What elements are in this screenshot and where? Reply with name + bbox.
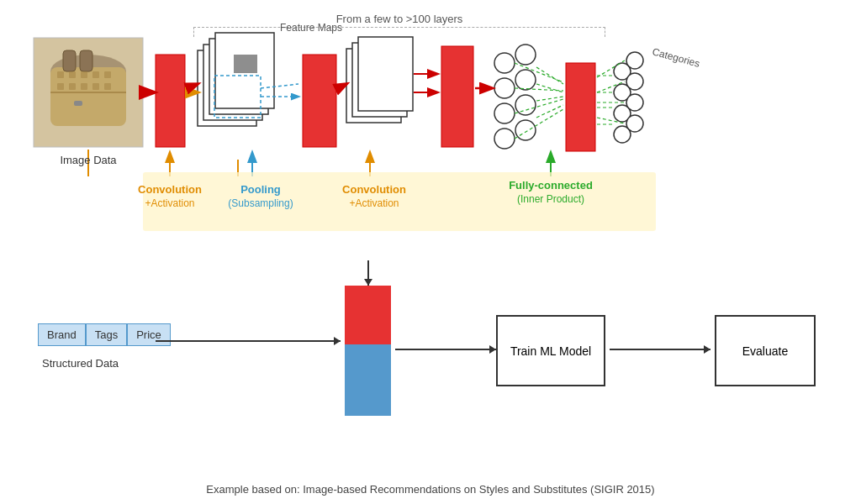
svg-rect-57 xyxy=(566,63,595,151)
svg-text:Fully-connected: Fully-connected xyxy=(509,179,593,192)
svg-rect-4 xyxy=(80,50,92,71)
svg-rect-23 xyxy=(234,55,257,73)
cnn-section: From a few to >100 layers xyxy=(25,8,832,269)
svg-rect-32 xyxy=(346,49,401,123)
svg-rect-8 xyxy=(81,71,87,78)
svg-text:Convolution: Convolution xyxy=(342,183,406,196)
svg-rect-10 xyxy=(104,71,111,78)
svg-rect-0 xyxy=(34,38,143,147)
svg-rect-34 xyxy=(358,37,413,111)
svg-rect-15 xyxy=(104,83,111,90)
price-tag: Price xyxy=(127,323,171,346)
svg-point-40 xyxy=(494,53,515,73)
svg-line-51 xyxy=(536,105,563,118)
svg-rect-2 xyxy=(50,67,126,126)
svg-line-35 xyxy=(338,84,346,88)
cnn-diagram: Convolution +Activation Pooling (Subsamp… xyxy=(25,8,832,269)
svg-point-61 xyxy=(614,126,631,143)
svg-rect-16 xyxy=(74,101,82,106)
svg-line-54 xyxy=(515,99,563,113)
svg-rect-9 xyxy=(92,71,99,78)
svg-rect-22 xyxy=(215,33,274,108)
svg-text:(Inner Product): (Inner Product) xyxy=(517,193,584,205)
svg-point-43 xyxy=(494,129,515,149)
main-container: From a few to >100 layers xyxy=(0,0,861,504)
svg-text:+Activation: +Activation xyxy=(349,197,399,209)
svg-point-1 xyxy=(50,55,126,88)
layers-label: From a few to >100 layers xyxy=(177,13,622,25)
svg-rect-11 xyxy=(57,83,64,90)
svg-line-53 xyxy=(515,88,563,91)
svg-rect-21 xyxy=(209,39,268,114)
svg-line-73 xyxy=(597,118,625,123)
tags-tag: Tags xyxy=(86,323,127,346)
svg-rect-33 xyxy=(352,43,407,117)
svg-line-27 xyxy=(187,84,198,88)
bottom-section: Brand Tags Price Structured Data Train M… xyxy=(25,277,832,462)
evaluate-box: Evaluate xyxy=(715,315,816,386)
svg-point-58 xyxy=(614,63,631,80)
svg-rect-6 xyxy=(57,71,64,78)
svg-text:Convolution: Convolution xyxy=(138,183,202,196)
svg-point-41 xyxy=(494,78,515,98)
svg-point-64 xyxy=(626,94,643,111)
svg-rect-12 xyxy=(69,83,76,90)
svg-text:(Subsampling): (Subsampling) xyxy=(228,197,293,209)
svg-rect-14 xyxy=(92,83,99,90)
svg-point-62 xyxy=(626,52,643,69)
svg-point-44 xyxy=(515,45,536,65)
svg-line-55 xyxy=(515,109,563,139)
svg-rect-3 xyxy=(63,50,76,71)
svg-rect-7 xyxy=(69,71,76,78)
feature-vector xyxy=(345,286,391,416)
svg-line-29 xyxy=(261,84,298,88)
svg-line-48 xyxy=(536,67,563,84)
svg-point-46 xyxy=(515,95,536,115)
svg-rect-18 xyxy=(156,55,185,147)
arrow-to-eval xyxy=(610,349,710,350)
feature-vector-bottom xyxy=(345,344,391,416)
svg-line-52 xyxy=(515,63,563,82)
arrow-structured xyxy=(156,340,341,342)
svg-text:Categories: Categories xyxy=(651,45,701,70)
svg-text:+Activation: +Activation xyxy=(145,197,194,209)
footer-citation: Example based on: Image-based Recommenda… xyxy=(0,483,861,496)
svg-point-59 xyxy=(614,84,631,101)
svg-point-47 xyxy=(515,120,536,140)
arrow-to-train xyxy=(395,349,496,350)
svg-line-71 xyxy=(597,81,625,92)
svg-rect-24 xyxy=(214,76,261,118)
svg-rect-19 xyxy=(198,50,256,126)
svg-rect-79 xyxy=(143,172,656,231)
layers-bracket xyxy=(193,27,605,37)
svg-point-60 xyxy=(614,105,631,122)
svg-rect-13 xyxy=(81,83,87,90)
svg-rect-31 xyxy=(303,55,336,147)
svg-text:Image Data: Image Data xyxy=(60,154,117,166)
svg-point-42 xyxy=(494,103,515,123)
svg-rect-39 xyxy=(441,46,473,147)
svg-rect-20 xyxy=(203,45,262,120)
svg-point-63 xyxy=(626,73,643,90)
structured-tags: Brand Tags Price xyxy=(38,323,171,346)
svg-text:Pooling: Pooling xyxy=(240,183,281,196)
structured-label: Structured Data xyxy=(42,357,119,370)
svg-line-70 xyxy=(597,60,625,77)
svg-point-45 xyxy=(515,70,536,90)
train-ml-box: Train ML Model xyxy=(496,315,605,386)
svg-line-49 xyxy=(536,84,563,92)
arrow-cnn-down xyxy=(367,260,369,286)
svg-point-65 xyxy=(626,115,643,132)
brand-tag: Brand xyxy=(38,323,86,346)
svg-line-50 xyxy=(536,97,563,101)
feature-vector-top xyxy=(345,286,391,344)
